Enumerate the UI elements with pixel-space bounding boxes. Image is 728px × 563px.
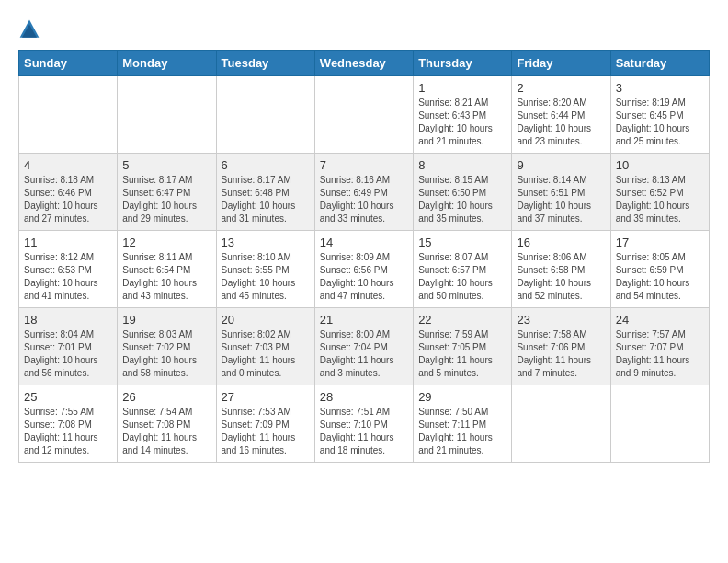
day-info: Sunrise: 7:50 AM Sunset: 7:11 PM Dayligh… [418,406,506,457]
day-number: 20 [222,313,310,327]
day-info: Sunrise: 7:53 AM Sunset: 7:09 PM Dayligh… [222,406,310,457]
calendar-cell: 20Sunrise: 8:02 AM Sunset: 7:03 PM Dayli… [216,308,314,385]
calendar-cell: 2Sunrise: 8:20 AM Sunset: 6:44 PM Daylig… [512,76,610,154]
calendar-cell: 11Sunrise: 8:12 AM Sunset: 6:53 PM Dayli… [19,231,118,308]
calendar-cell: 22Sunrise: 7:59 AM Sunset: 7:05 PM Dayli… [414,308,512,385]
calendar-cell [512,385,610,463]
day-number: 27 [222,390,310,404]
day-info: Sunrise: 8:02 AM Sunset: 7:03 PM Dayligh… [222,328,310,380]
calendar-cell [19,76,118,154]
calendar-week-row: 25Sunrise: 7:55 AM Sunset: 7:08 PM Dayli… [19,385,710,463]
calendar-week-row: 18Sunrise: 8:04 AM Sunset: 7:01 PM Dayli… [19,308,710,385]
day-info: Sunrise: 8:00 AM Sunset: 7:04 PM Dayligh… [320,328,408,380]
day-info: Sunrise: 8:19 AM Sunset: 6:45 PM Dayligh… [616,97,704,148]
logo-icon [18,18,40,40]
day-number: 16 [517,236,605,249]
calendar-cell: 28Sunrise: 7:51 AM Sunset: 7:10 PM Dayli… [314,385,413,463]
day-number: 29 [418,390,506,404]
day-info: Sunrise: 7:57 AM Sunset: 7:07 PM Dayligh… [616,328,704,380]
day-number: 17 [616,236,704,249]
weekday-header-monday: Monday [118,51,216,76]
day-info: Sunrise: 8:17 AM Sunset: 6:48 PM Dayligh… [222,174,310,225]
day-info: Sunrise: 8:18 AM Sunset: 6:46 PM Dayligh… [24,174,112,225]
day-info: Sunrise: 8:07 AM Sunset: 6:57 PM Dayligh… [418,251,506,303]
calendar-week-row: 1Sunrise: 8:21 AM Sunset: 6:43 PM Daylig… [19,76,710,154]
page-header [18,18,710,40]
calendar-cell: 6Sunrise: 8:17 AM Sunset: 6:48 PM Daylig… [216,154,314,231]
weekday-header-saturday: Saturday [610,51,709,76]
day-number: 9 [517,158,605,172]
day-number: 2 [517,81,605,95]
day-number: 25 [24,390,112,404]
weekday-header-row: SundayMondayTuesdayWednesdayThursdayFrid… [19,51,710,76]
calendar-cell: 1Sunrise: 8:21 AM Sunset: 6:43 PM Daylig… [414,76,512,154]
day-info: Sunrise: 8:03 AM Sunset: 7:02 PM Dayligh… [122,328,210,380]
calendar-cell: 12Sunrise: 8:11 AM Sunset: 6:54 PM Dayli… [118,231,216,308]
day-number: 6 [222,158,310,172]
calendar-cell: 14Sunrise: 8:09 AM Sunset: 6:56 PM Dayli… [314,231,413,308]
day-number: 19 [122,313,210,327]
calendar-cell: 24Sunrise: 7:57 AM Sunset: 7:07 PM Dayli… [610,308,709,385]
day-info: Sunrise: 8:13 AM Sunset: 6:52 PM Dayligh… [616,174,704,225]
day-number: 11 [24,236,112,249]
calendar-cell: 25Sunrise: 7:55 AM Sunset: 7:08 PM Dayli… [19,385,118,463]
calendar-week-row: 11Sunrise: 8:12 AM Sunset: 6:53 PM Dayli… [19,231,710,308]
day-info: Sunrise: 7:54 AM Sunset: 7:08 PM Dayligh… [122,406,210,457]
calendar-cell: 8Sunrise: 8:15 AM Sunset: 6:50 PM Daylig… [414,154,512,231]
day-info: Sunrise: 8:05 AM Sunset: 6:59 PM Dayligh… [616,251,704,303]
weekday-header-tuesday: Tuesday [216,51,314,76]
day-number: 15 [418,236,506,249]
day-info: Sunrise: 8:17 AM Sunset: 6:47 PM Dayligh… [122,174,210,225]
calendar-cell: 16Sunrise: 8:06 AM Sunset: 6:58 PM Dayli… [512,231,610,308]
day-info: Sunrise: 8:21 AM Sunset: 6:43 PM Dayligh… [418,97,506,148]
weekday-header-sunday: Sunday [19,51,118,76]
weekday-header-wednesday: Wednesday [314,51,413,76]
day-info: Sunrise: 8:06 AM Sunset: 6:58 PM Dayligh… [517,251,605,303]
calendar-cell: 10Sunrise: 8:13 AM Sunset: 6:52 PM Dayli… [610,154,709,231]
day-number: 5 [122,158,210,172]
day-info: Sunrise: 8:11 AM Sunset: 6:54 PM Dayligh… [122,251,210,303]
calendar-cell: 26Sunrise: 7:54 AM Sunset: 7:08 PM Dayli… [118,385,216,463]
calendar-cell: 13Sunrise: 8:10 AM Sunset: 6:55 PM Dayli… [216,231,314,308]
day-number: 26 [122,390,210,404]
day-number: 8 [418,158,506,172]
day-info: Sunrise: 7:59 AM Sunset: 7:05 PM Dayligh… [418,328,506,380]
calendar-cell [314,76,413,154]
day-number: 14 [320,236,408,249]
calendar-cell: 7Sunrise: 8:16 AM Sunset: 6:49 PM Daylig… [314,154,413,231]
calendar-cell [610,385,709,463]
day-number: 23 [517,313,605,327]
calendar-cell: 17Sunrise: 8:05 AM Sunset: 6:59 PM Dayli… [610,231,709,308]
weekday-header-thursday: Thursday [414,51,512,76]
day-info: Sunrise: 8:10 AM Sunset: 6:55 PM Dayligh… [222,251,310,303]
day-number: 24 [616,313,704,327]
calendar-cell [118,76,216,154]
calendar-cell: 18Sunrise: 8:04 AM Sunset: 7:01 PM Dayli… [19,308,118,385]
day-info: Sunrise: 7:51 AM Sunset: 7:10 PM Dayligh… [320,406,408,457]
day-number: 13 [222,236,310,249]
calendar-cell: 29Sunrise: 7:50 AM Sunset: 7:11 PM Dayli… [414,385,512,463]
day-info: Sunrise: 7:55 AM Sunset: 7:08 PM Dayligh… [24,406,112,457]
day-info: Sunrise: 8:16 AM Sunset: 6:49 PM Dayligh… [320,174,408,225]
calendar-cell [216,76,314,154]
day-number: 7 [320,158,408,172]
logo [18,18,44,40]
calendar-cell: 15Sunrise: 8:07 AM Sunset: 6:57 PM Dayli… [414,231,512,308]
calendar-cell: 21Sunrise: 8:00 AM Sunset: 7:04 PM Dayli… [314,308,413,385]
calendar-cell: 4Sunrise: 8:18 AM Sunset: 6:46 PM Daylig… [19,154,118,231]
day-info: Sunrise: 7:58 AM Sunset: 7:06 PM Dayligh… [517,328,605,380]
calendar-cell: 19Sunrise: 8:03 AM Sunset: 7:02 PM Dayli… [118,308,216,385]
day-number: 21 [320,313,408,327]
day-number: 18 [24,313,112,327]
day-info: Sunrise: 8:14 AM Sunset: 6:51 PM Dayligh… [517,174,605,225]
calendar-cell: 27Sunrise: 7:53 AM Sunset: 7:09 PM Dayli… [216,385,314,463]
calendar-cell: 3Sunrise: 8:19 AM Sunset: 6:45 PM Daylig… [610,76,709,154]
day-number: 1 [418,81,506,95]
day-number: 4 [24,158,112,172]
day-number: 28 [320,390,408,404]
day-number: 3 [616,81,704,95]
day-number: 22 [418,313,506,327]
day-number: 12 [122,236,210,249]
day-info: Sunrise: 8:12 AM Sunset: 6:53 PM Dayligh… [24,251,112,303]
day-info: Sunrise: 8:15 AM Sunset: 6:50 PM Dayligh… [418,174,506,225]
